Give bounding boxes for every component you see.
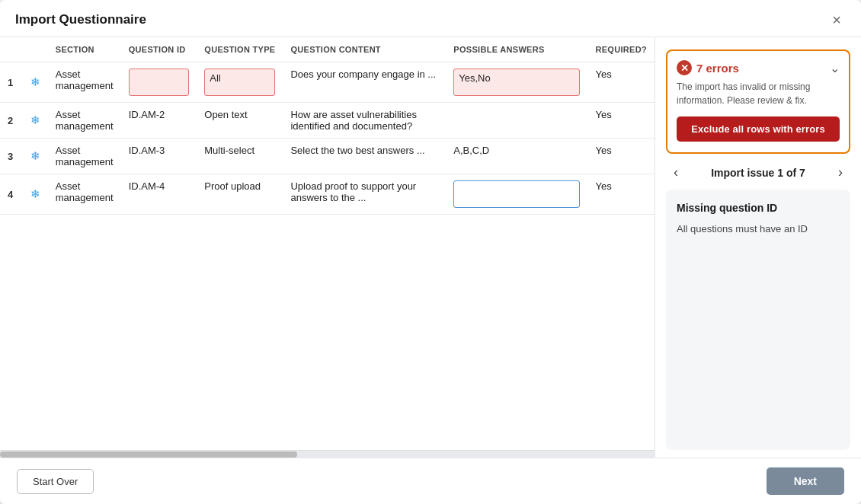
col-section-header: SECTION — [48, 37, 121, 62]
row-icon: ❄ — [23, 62, 48, 103]
table-header-row: SECTION QUESTION ID QUESTION TYPE QUESTI… — [0, 37, 655, 62]
cell-question-content: How are asset vulnerabilities identified… — [283, 103, 446, 139]
snowflake-icon: ❄ — [30, 113, 40, 127]
cell-question-id: ID.AM-3 — [121, 139, 197, 174]
modal-footer: Start Over Next — [0, 458, 861, 504]
start-over-button[interactable]: Start Over — [17, 469, 94, 494]
next-button[interactable]: Next — [767, 467, 844, 495]
row-number: 1 — [0, 62, 23, 103]
table-row: 4❄Asset managementID.AM-4Proof uploadUpl… — [0, 174, 655, 215]
col-answers-header: POSSIBLE ANSWERS — [446, 37, 587, 62]
cell-question-content: Does your company engage in ... — [283, 62, 446, 103]
questions-table: SECTION QUESTION ID QUESTION TYPE QUESTI… — [0, 37, 655, 215]
collapse-button[interactable]: ⌄ — [830, 61, 840, 75]
row-number: 2 — [0, 103, 23, 139]
error-count-label: 7 errors — [696, 62, 739, 75]
cell-section: Asset management — [48, 62, 121, 103]
issue-detail-card: Missing question ID All questions must h… — [666, 190, 850, 450]
issue-navigation: ‹ Import issue 1 of 7 › — [666, 154, 850, 190]
error-icon: ✕ — [677, 60, 692, 75]
error-card: ✕ 7 errors ⌄ The import has invalid or m… — [666, 49, 850, 154]
snowflake-icon: ❄ — [30, 149, 40, 163]
modal-title: Import Questionnaire — [15, 12, 146, 27]
cell-section: Asset management — [48, 103, 121, 139]
snowflake-icon: ❄ — [30, 75, 40, 89]
cell-required: Yes — [587, 174, 655, 215]
issue-detail-title: Missing question ID — [677, 202, 840, 214]
exclude-errors-button[interactable]: Exclude all rows with errors — [677, 116, 840, 142]
table-row: 1❄Asset managementAllDoes your company e… — [0, 62, 655, 103]
cell-question-content: Upload proof to support your answers to … — [283, 174, 446, 215]
row-number: 3 — [0, 139, 23, 174]
modal-header: Import Questionnaire × — [0, 0, 861, 37]
cell-possible-answers: A,B,C,D — [446, 139, 587, 174]
error-header: ✕ 7 errors ⌄ — [677, 60, 840, 75]
snowflake-icon: ❄ — [30, 187, 40, 201]
import-modal: Import Questionnaire × SECTION QUESTION … — [0, 0, 861, 504]
cell-possible-answers — [446, 103, 587, 139]
row-icon: ❄ — [23, 174, 48, 215]
scrollbar-thumb — [0, 451, 297, 458]
cell-question-content: Select the two best answers ... — [283, 139, 446, 174]
modal-body: SECTION QUESTION ID QUESTION TYPE QUESTI… — [0, 37, 861, 458]
cell-question-type: All — [197, 62, 283, 103]
next-issue-button[interactable]: › — [834, 163, 847, 182]
issue-label: Import issue 1 of 7 — [711, 167, 805, 179]
table-scroll[interactable]: SECTION QUESTION ID QUESTION TYPE QUESTI… — [0, 37, 655, 450]
cell-required: Yes — [587, 103, 655, 139]
col-qcontent-header: QUESTION CONTENT — [283, 37, 446, 62]
table-area: SECTION QUESTION ID QUESTION TYPE QUESTI… — [0, 37, 655, 458]
cell-section: Asset management — [48, 139, 121, 174]
horizontal-scrollbar[interactable] — [0, 450, 655, 458]
row-number: 4 — [0, 174, 23, 215]
col-required-header: REQUIRED? — [587, 37, 655, 62]
col-qtype-header: QUESTION TYPE — [197, 37, 283, 62]
cell-section: Asset management — [48, 174, 121, 215]
cell-required: Yes — [587, 62, 655, 103]
cell-question-type: Open text — [197, 103, 283, 139]
prev-issue-button[interactable]: ‹ — [669, 163, 683, 182]
cell-question-type: Multi-select — [197, 139, 283, 174]
cell-question-id — [121, 62, 197, 103]
cell-required: Yes — [587, 139, 655, 174]
close-button[interactable]: × — [827, 11, 846, 29]
table-row: 3❄Asset managementID.AM-3Multi-selectSel… — [0, 139, 655, 174]
cell-possible-answers — [446, 174, 587, 215]
col-icon — [23, 37, 48, 62]
col-qid-header: QUESTION ID — [121, 37, 197, 62]
cell-question-id: ID.AM-2 — [121, 103, 197, 139]
col-num — [0, 37, 23, 62]
cell-question-type: Proof upload — [197, 174, 283, 215]
error-description: The import has invalid or missing inform… — [677, 80, 840, 107]
cell-possible-answers: Yes,No — [446, 62, 587, 103]
row-icon: ❄ — [23, 103, 48, 139]
row-icon: ❄ — [23, 139, 48, 174]
error-title-row: ✕ 7 errors — [677, 60, 739, 75]
sidebar-panel: ✕ 7 errors ⌄ The import has invalid or m… — [655, 37, 861, 458]
cell-question-id: ID.AM-4 — [121, 174, 197, 215]
issue-detail-description: All questions must have an ID — [677, 223, 840, 234]
table-row: 2❄Asset managementID.AM-2Open textHow ar… — [0, 103, 655, 139]
